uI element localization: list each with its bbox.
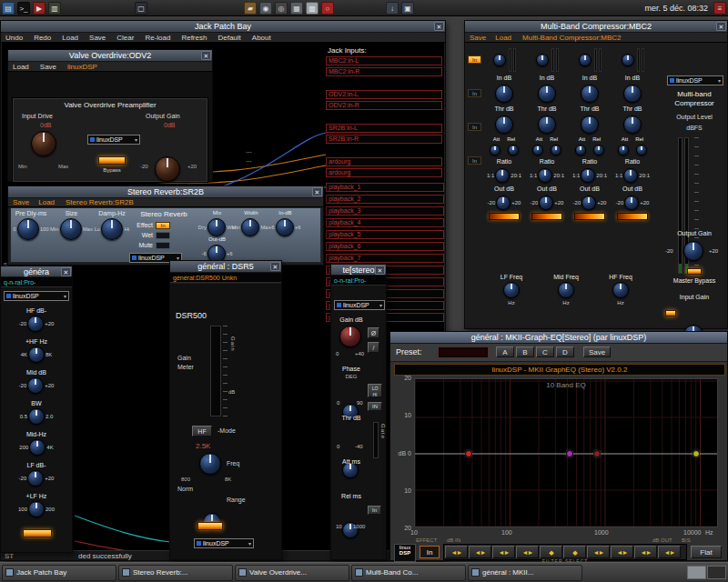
terminal-icon[interactable]: >_	[17, 2, 30, 15]
input-drive-knob[interactable]	[31, 131, 56, 156]
workspace-2-button[interactable]	[707, 566, 726, 579]
linuxdsp-dropdown[interactable]: linuxDSP ▾	[194, 538, 254, 548]
band-in-button[interactable]: In	[468, 55, 481, 64]
band-in-button[interactable]: In	[468, 123, 481, 131]
ratio-knob[interactable]	[581, 168, 595, 183]
in-db-knob[interactable]	[623, 85, 642, 103]
band-input-knob[interactable]	[579, 54, 592, 66]
menu-item[interactable]: Refresh	[181, 34, 207, 42]
freq-knob[interactable]	[612, 282, 629, 298]
playback-port[interactable]: playback_3	[326, 206, 444, 216]
filter-select-button[interactable]: ◄►	[611, 546, 633, 558]
filter-select-button[interactable]: ◆	[563, 546, 586, 558]
valve-titlebar[interactable]: Valve Overdrive:ODV2 ✕	[8, 50, 212, 62]
jack-input-port[interactable]: ODV2:in-R	[326, 101, 442, 110]
rel-knob[interactable]	[551, 145, 561, 156]
reverb-knob[interactable]	[276, 218, 294, 236]
menu-item[interactable]: Clear	[116, 34, 134, 42]
jack-input-port[interactable]: MBC2:in-R	[326, 67, 442, 76]
taskbar-button[interactable]: Valve Overdrive...	[235, 565, 349, 581]
menu-item[interactable]: About	[252, 34, 271, 42]
jack-input-port[interactable]: ODV2:in-L	[326, 90, 442, 99]
menu-item[interactable]: Save	[40, 63, 56, 71]
clock[interactable]: mer. 5 déc. 08:32	[644, 4, 708, 13]
in-db-knob[interactable]	[495, 85, 513, 103]
taskbar-button[interactable]: Stereo Reverb:...	[118, 565, 233, 581]
preset-button[interactable]: C	[536, 346, 554, 357]
band-input-knob[interactable]	[536, 54, 549, 66]
menu-item[interactable]: Undo	[5, 34, 23, 42]
camera-icon[interactable]: ◎	[275, 2, 288, 15]
switch-button[interactable]	[156, 242, 170, 249]
att-knob[interactable]	[575, 145, 586, 156]
taskbar-button[interactable]: Multi-Band Co...	[351, 565, 466, 581]
taskbar-button[interactable]: général : MKII...	[468, 565, 582, 581]
master-bypass-led-button[interactable]	[687, 268, 702, 275]
freq-knob[interactable]	[199, 453, 221, 475]
workspace-1-button[interactable]	[687, 566, 706, 579]
filter-select-button[interactable]: ◄►	[658, 546, 681, 558]
reverb-titlebar[interactable]: Stereo Reverb:SR2B ✕	[8, 186, 323, 198]
mode-button[interactable]: HF	[192, 426, 212, 436]
out-db-knob[interactable]	[624, 196, 639, 210]
folder-icon[interactable]: ▰	[244, 2, 257, 15]
eq-graph[interactable]: 10 Band EQ	[414, 378, 718, 527]
save-button[interactable]: Save	[583, 346, 611, 357]
filter-select-button[interactable]: ◄►	[445, 546, 468, 558]
close-icon[interactable]: ✕	[61, 267, 71, 276]
eq-band-knob[interactable]	[29, 439, 46, 456]
linuxdsp-dropdown[interactable]: linuxDSP ▾	[87, 135, 140, 145]
display-settings-icon[interactable]: ▢	[135, 2, 147, 15]
playback-port[interactable]: playback_1	[326, 183, 444, 192]
preset-button[interactable]: B	[516, 346, 534, 357]
thr-db-knob[interactable]	[538, 115, 556, 134]
filter-select-button[interactable]: ◄►	[492, 546, 515, 558]
out-db-knob[interactable]	[581, 196, 596, 210]
switch-button[interactable]: In	[156, 222, 170, 229]
menu-item[interactable]: Save	[470, 34, 486, 42]
band-in-button[interactable]: In	[468, 156, 481, 165]
shutdown-icon[interactable]: ○	[321, 2, 334, 15]
jack-input-port[interactable]: ardourg	[326, 168, 442, 177]
linuxdsp-dropdown[interactable]: linuxDSP ▾	[334, 300, 385, 310]
session-menu-icon[interactable]: ≡	[713, 2, 726, 15]
linuxdsp-dropdown[interactable]: linuxDSP ▾	[4, 291, 69, 301]
rel-knob[interactable]	[593, 145, 604, 156]
ratio-knob[interactable]	[623, 168, 638, 183]
out-db-knob[interactable]	[539, 196, 553, 210]
patchbay-titlebar[interactable]: Jack Patch Bay ✕	[1, 21, 445, 33]
band-in-button[interactable]: In	[468, 89, 481, 97]
gain-knob[interactable]	[339, 326, 361, 347]
menu-item[interactable]: Save	[13, 198, 29, 206]
filter-select-button[interactable]: ◄►	[634, 546, 657, 558]
calendar-icon[interactable]: ▦	[290, 2, 303, 15]
close-icon[interactable]: ✕	[434, 22, 444, 31]
bypass-led-button[interactable]	[197, 522, 223, 530]
preset-button[interactable]: A	[496, 346, 514, 357]
eq-band-knob[interactable]	[27, 470, 44, 487]
freq-knob[interactable]	[558, 282, 574, 298]
bypass-led-button[interactable]	[98, 156, 126, 165]
mbc-titlebar[interactable]: Multi-Band Compressor:MBC2 ✕	[465, 21, 727, 33]
playback-port[interactable]: playback_7	[326, 254, 444, 263]
eq-in-button[interactable]: In	[420, 546, 440, 558]
updates-icon[interactable]: ↓	[386, 2, 399, 15]
close-icon[interactable]: ✕	[201, 51, 211, 60]
jack-input-port[interactable]: ardourg	[326, 157, 442, 166]
eq-band-handle[interactable]	[566, 450, 573, 457]
file-manager-icon[interactable]: ▥	[48, 2, 61, 15]
grapheq-titlebar[interactable]: général : MKII-Graph-EQ[Stereo] (par lin…	[390, 332, 727, 344]
menu-item[interactable]: Load	[62, 34, 78, 42]
playback-port[interactable]: playback_4	[326, 218, 444, 227]
dsr-titlebar[interactable]: général : DSR5 ✕	[170, 261, 281, 273]
jack-input-port[interactable]: SR2B:in-R	[326, 135, 442, 144]
close-icon[interactable]: ✕	[716, 22, 726, 31]
menu-item[interactable]: Re-load	[145, 34, 170, 42]
freq-knob[interactable]	[503, 282, 520, 298]
bypass-led-button[interactable]	[23, 529, 52, 537]
jack-input-port[interactable]: MBC2:in-L	[326, 56, 442, 65]
slope-button[interactable]: /	[368, 342, 379, 353]
eq-band-handle[interactable]	[593, 450, 601, 457]
att-knob[interactable]	[618, 145, 629, 156]
reverb-knob[interactable]	[101, 218, 123, 240]
